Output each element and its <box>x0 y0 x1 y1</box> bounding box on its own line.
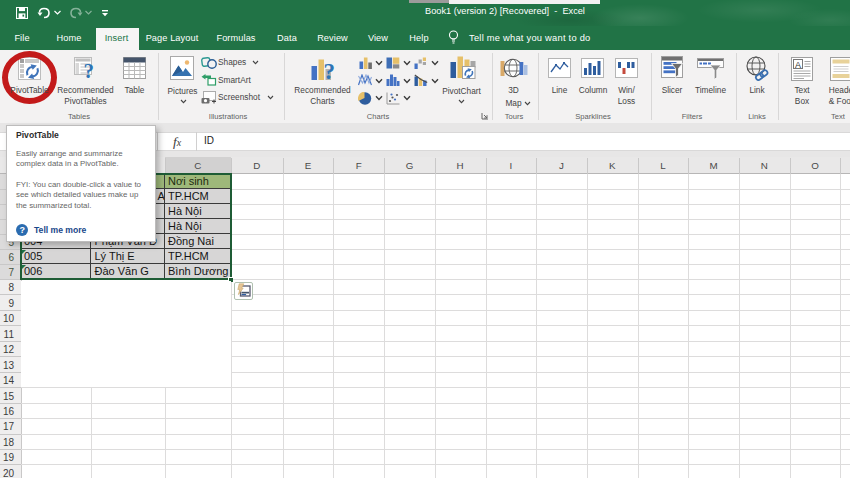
svg-text:?: ? <box>19 225 25 235</box>
svg-text:?: ? <box>324 59 336 83</box>
svg-text:A: A <box>795 59 801 69</box>
svg-text:?: ? <box>84 59 95 80</box>
